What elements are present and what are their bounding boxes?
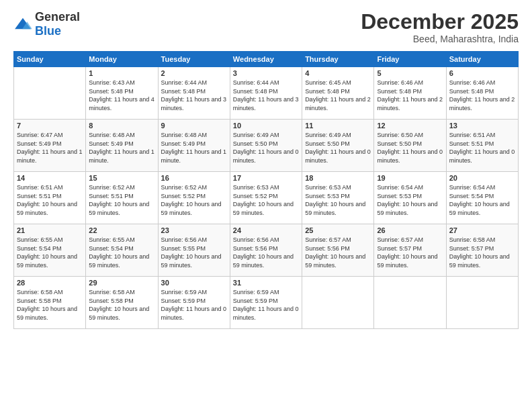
calendar-week-1: 1Sunrise: 6:43 AM Sunset: 5:48 PM Daylig… bbox=[14, 67, 519, 120]
day-info: Sunrise: 6:43 AM Sunset: 5:48 PM Dayligh… bbox=[89, 79, 154, 112]
calendar-cell: 29Sunrise: 6:58 AM Sunset: 5:58 PM Dayli… bbox=[86, 277, 158, 329]
day-number: 16 bbox=[161, 174, 227, 182]
calendar-cell: 8Sunrise: 6:48 AM Sunset: 5:49 PM Daylig… bbox=[86, 120, 158, 172]
day-info: Sunrise: 6:50 AM Sunset: 5:50 PM Dayligh… bbox=[377, 131, 443, 165]
calendar-cell: 6Sunrise: 6:46 AM Sunset: 5:48 PM Daylig… bbox=[446, 67, 518, 120]
day-info: Sunrise: 6:49 AM Sunset: 5:50 PM Dayligh… bbox=[233, 131, 299, 165]
day-number: 25 bbox=[305, 226, 371, 234]
calendar-header-monday: Monday bbox=[86, 52, 158, 67]
day-number: 22 bbox=[89, 226, 154, 234]
day-info: Sunrise: 6:48 AM Sunset: 5:49 PM Dayligh… bbox=[89, 131, 154, 165]
day-number: 9 bbox=[161, 122, 227, 130]
calendar-cell: 7Sunrise: 6:47 AM Sunset: 5:49 PM Daylig… bbox=[14, 120, 86, 172]
day-info: Sunrise: 6:46 AM Sunset: 5:48 PM Dayligh… bbox=[377, 79, 443, 112]
calendar-header-row: SundayMondayTuesdayWednesdayThursdayFrid… bbox=[14, 52, 519, 67]
day-number: 15 bbox=[89, 174, 154, 182]
calendar-cell: 13Sunrise: 6:51 AM Sunset: 5:51 PM Dayli… bbox=[446, 120, 518, 172]
day-info: Sunrise: 6:45 AM Sunset: 5:48 PM Dayligh… bbox=[305, 79, 371, 112]
calendar-cell: 14Sunrise: 6:51 AM Sunset: 5:51 PM Dayli… bbox=[14, 172, 86, 224]
calendar-cell bbox=[14, 67, 86, 120]
calendar-cell: 9Sunrise: 6:48 AM Sunset: 5:49 PM Daylig… bbox=[158, 120, 230, 172]
calendar-cell: 16Sunrise: 6:52 AM Sunset: 5:52 PM Dayli… bbox=[158, 172, 230, 224]
calendar-week-5: 28Sunrise: 6:58 AM Sunset: 5:58 PM Dayli… bbox=[14, 277, 519, 329]
day-info: Sunrise: 6:54 AM Sunset: 5:54 PM Dayligh… bbox=[449, 183, 515, 217]
calendar-cell: 18Sunrise: 6:53 AM Sunset: 5:53 PM Dayli… bbox=[302, 172, 374, 224]
day-number: 7 bbox=[17, 122, 83, 130]
day-number: 19 bbox=[377, 174, 443, 182]
day-info: Sunrise: 6:59 AM Sunset: 5:59 PM Dayligh… bbox=[233, 288, 299, 322]
calendar-cell: 5Sunrise: 6:46 AM Sunset: 5:48 PM Daylig… bbox=[374, 67, 446, 120]
calendar-header-tuesday: Tuesday bbox=[158, 52, 230, 67]
day-info: Sunrise: 6:52 AM Sunset: 5:51 PM Dayligh… bbox=[89, 183, 154, 217]
day-info: Sunrise: 6:59 AM Sunset: 5:59 PM Dayligh… bbox=[161, 288, 227, 322]
day-info: Sunrise: 6:53 AM Sunset: 5:53 PM Dayligh… bbox=[305, 183, 371, 217]
day-number: 31 bbox=[233, 279, 299, 287]
day-info: Sunrise: 6:51 AM Sunset: 5:51 PM Dayligh… bbox=[449, 131, 515, 165]
calendar-cell: 17Sunrise: 6:53 AM Sunset: 5:52 PM Dayli… bbox=[230, 172, 302, 224]
calendar-cell: 21Sunrise: 6:55 AM Sunset: 5:54 PM Dayli… bbox=[14, 224, 86, 277]
day-info: Sunrise: 6:46 AM Sunset: 5:48 PM Dayligh… bbox=[449, 79, 515, 112]
day-info: Sunrise: 6:55 AM Sunset: 5:54 PM Dayligh… bbox=[17, 236, 83, 269]
calendar-cell: 3Sunrise: 6:44 AM Sunset: 5:48 PM Daylig… bbox=[230, 67, 302, 120]
day-number: 24 bbox=[233, 226, 299, 234]
logo: General Blue bbox=[13, 10, 80, 38]
day-info: Sunrise: 6:51 AM Sunset: 5:51 PM Dayligh… bbox=[17, 183, 83, 217]
day-number: 8 bbox=[89, 122, 154, 130]
day-number: 21 bbox=[17, 226, 83, 234]
day-info: Sunrise: 6:44 AM Sunset: 5:48 PM Dayligh… bbox=[161, 79, 227, 112]
calendar-week-4: 21Sunrise: 6:55 AM Sunset: 5:54 PM Dayli… bbox=[14, 224, 519, 277]
day-info: Sunrise: 6:47 AM Sunset: 5:49 PM Dayligh… bbox=[17, 131, 83, 165]
location: Beed, Maharashtra, India bbox=[361, 34, 519, 44]
calendar-week-3: 14Sunrise: 6:51 AM Sunset: 5:51 PM Dayli… bbox=[14, 172, 519, 224]
calendar-cell: 26Sunrise: 6:57 AM Sunset: 5:57 PM Dayli… bbox=[374, 224, 446, 277]
day-number: 5 bbox=[377, 69, 443, 77]
day-info: Sunrise: 6:44 AM Sunset: 5:48 PM Dayligh… bbox=[233, 79, 299, 112]
day-number: 12 bbox=[377, 122, 443, 130]
calendar-header-wednesday: Wednesday bbox=[230, 52, 302, 67]
day-number: 27 bbox=[449, 226, 515, 234]
calendar-header-friday: Friday bbox=[374, 52, 446, 67]
day-info: Sunrise: 6:53 AM Sunset: 5:52 PM Dayligh… bbox=[233, 183, 299, 217]
day-number: 29 bbox=[89, 279, 154, 287]
calendar-cell: 2Sunrise: 6:44 AM Sunset: 5:48 PM Daylig… bbox=[158, 67, 230, 120]
logo-blue: Blue bbox=[35, 24, 61, 38]
day-info: Sunrise: 6:52 AM Sunset: 5:52 PM Dayligh… bbox=[161, 183, 227, 217]
day-number: 3 bbox=[233, 69, 299, 77]
day-number: 11 bbox=[305, 122, 371, 130]
calendar-cell: 31Sunrise: 6:59 AM Sunset: 5:59 PM Dayli… bbox=[230, 277, 302, 329]
day-number: 14 bbox=[17, 174, 83, 182]
calendar-cell: 24Sunrise: 6:56 AM Sunset: 5:56 PM Dayli… bbox=[230, 224, 302, 277]
calendar-cell: 23Sunrise: 6:56 AM Sunset: 5:55 PM Dayli… bbox=[158, 224, 230, 277]
day-number: 18 bbox=[305, 174, 371, 182]
calendar-cell: 12Sunrise: 6:50 AM Sunset: 5:50 PM Dayli… bbox=[374, 120, 446, 172]
day-info: Sunrise: 6:56 AM Sunset: 5:55 PM Dayligh… bbox=[161, 236, 227, 269]
calendar-week-2: 7Sunrise: 6:47 AM Sunset: 5:49 PM Daylig… bbox=[14, 120, 519, 172]
calendar-cell: 20Sunrise: 6:54 AM Sunset: 5:54 PM Dayli… bbox=[446, 172, 518, 224]
day-info: Sunrise: 6:49 AM Sunset: 5:50 PM Dayligh… bbox=[305, 131, 371, 165]
calendar-body: 1Sunrise: 6:43 AM Sunset: 5:48 PM Daylig… bbox=[14, 67, 519, 329]
day-number: 30 bbox=[161, 279, 227, 287]
day-info: Sunrise: 6:58 AM Sunset: 5:58 PM Dayligh… bbox=[89, 288, 154, 322]
month-title: December 2025 bbox=[361, 10, 519, 34]
day-number: 4 bbox=[305, 69, 371, 77]
calendar-header-thursday: Thursday bbox=[302, 52, 374, 67]
calendar-cell: 10Sunrise: 6:49 AM Sunset: 5:50 PM Dayli… bbox=[230, 120, 302, 172]
day-number: 26 bbox=[377, 226, 443, 234]
day-info: Sunrise: 6:58 AM Sunset: 5:57 PM Dayligh… bbox=[449, 236, 515, 269]
calendar-cell: 28Sunrise: 6:58 AM Sunset: 5:58 PM Dayli… bbox=[14, 277, 86, 329]
calendar-cell: 30Sunrise: 6:59 AM Sunset: 5:59 PM Dayli… bbox=[158, 277, 230, 329]
day-info: Sunrise: 6:57 AM Sunset: 5:57 PM Dayligh… bbox=[377, 236, 443, 269]
day-number: 6 bbox=[449, 69, 515, 77]
day-number: 23 bbox=[161, 226, 227, 234]
calendar-cell: 15Sunrise: 6:52 AM Sunset: 5:51 PM Dayli… bbox=[86, 172, 158, 224]
calendar-cell: 19Sunrise: 6:54 AM Sunset: 5:53 PM Dayli… bbox=[374, 172, 446, 224]
day-number: 17 bbox=[233, 174, 299, 182]
calendar-cell bbox=[302, 277, 374, 329]
day-info: Sunrise: 6:58 AM Sunset: 5:58 PM Dayligh… bbox=[17, 288, 83, 322]
page: General Blue December 2025 Beed, Maharas… bbox=[0, 0, 532, 411]
day-info: Sunrise: 6:48 AM Sunset: 5:49 PM Dayligh… bbox=[161, 131, 227, 165]
calendar-cell: 4Sunrise: 6:45 AM Sunset: 5:48 PM Daylig… bbox=[302, 67, 374, 120]
calendar-cell bbox=[446, 277, 518, 329]
day-number: 13 bbox=[449, 122, 515, 130]
calendar-cell: 1Sunrise: 6:43 AM Sunset: 5:48 PM Daylig… bbox=[86, 67, 158, 120]
